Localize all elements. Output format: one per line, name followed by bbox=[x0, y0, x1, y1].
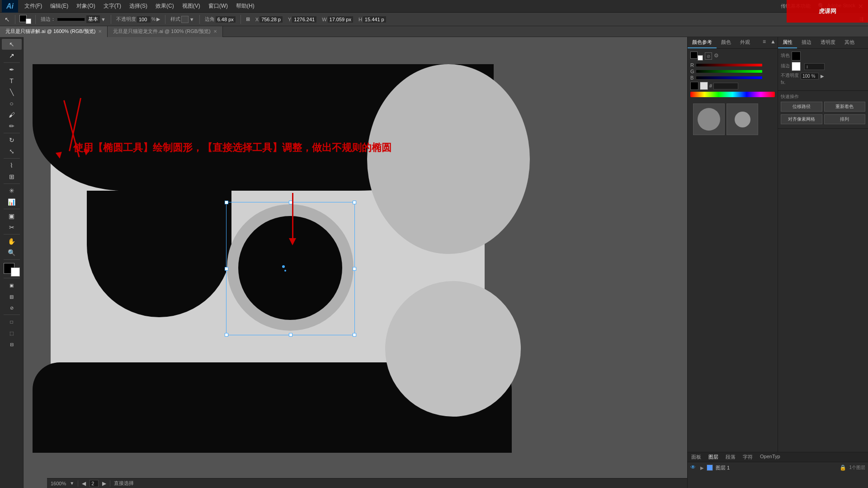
g-slider[interactable] bbox=[696, 70, 762, 73]
selection-tool[interactable]: ↖ bbox=[2, 39, 22, 50]
panel-options-icon[interactable]: ≡ bbox=[760, 37, 769, 48]
opacity-control[interactable]: 不透明度 100 % ▶ bbox=[114, 15, 162, 23]
corner-control[interactable]: 边角 6.48 px bbox=[203, 15, 237, 23]
pencil-tool[interactable]: ✏ bbox=[2, 121, 22, 131]
handle-bc[interactable] bbox=[289, 333, 292, 337]
color-none-icon[interactable]: ⊘ bbox=[705, 52, 712, 60]
tab-2[interactable]: 元旦是只猫迎龙文件.ai @ 100% (RGB/预览) ✕ bbox=[108, 26, 222, 37]
draw-normal[interactable]: □ bbox=[2, 316, 22, 327]
color-settings-icon[interactable]: ⚙ bbox=[714, 52, 721, 60]
pen-tool[interactable]: ✒ bbox=[2, 64, 22, 75]
menu-select[interactable]: 选择(S) bbox=[126, 1, 151, 11]
menu-object[interactable]: 对象(O) bbox=[73, 1, 99, 11]
height-field[interactable]: H 15.441 p bbox=[357, 15, 388, 23]
no-fill-mode[interactable]: ⊘ bbox=[2, 302, 22, 313]
opacity-input[interactable] bbox=[801, 73, 819, 80]
tab-opentype[interactable]: OpenTyp bbox=[756, 452, 784, 462]
free-transform-tool[interactable]: ⊞ bbox=[2, 171, 22, 182]
page-nav-input[interactable]: 2 bbox=[90, 480, 99, 487]
handle-tr[interactable] bbox=[353, 201, 356, 204]
width-field[interactable]: W 17.059 px bbox=[320, 15, 355, 23]
canvas-area[interactable]: 使用【椭圆工具】绘制圆形，【直接选择工具】调整，做出不规则的椭圆 1600% ▼… bbox=[24, 37, 687, 488]
background-color[interactable] bbox=[11, 267, 20, 277]
tab-character[interactable]: 字符 bbox=[739, 452, 756, 462]
tab-2-close[interactable]: ✕ bbox=[213, 29, 217, 34]
tab-layers[interactable]: 图层 bbox=[705, 452, 722, 462]
style-selector[interactable]: 样式 ▼ bbox=[169, 15, 196, 24]
warp-tool[interactable]: ⌇ bbox=[2, 160, 22, 171]
layer-count: 1个图层 bbox=[849, 465, 865, 471]
layer-expand-icon[interactable]: ▶ bbox=[700, 465, 704, 470]
graph-tool[interactable]: 📊 bbox=[2, 197, 22, 207]
tab-stroke-props[interactable]: 描边 bbox=[797, 37, 816, 48]
hand-tool[interactable]: ✋ bbox=[2, 236, 22, 247]
slice-tool[interactable]: ✂ bbox=[2, 222, 22, 233]
menu-help[interactable]: 帮助(H) bbox=[232, 1, 258, 11]
scale-tool[interactable]: ⤡ bbox=[2, 146, 22, 157]
change-screen-mode[interactable]: ⊟ bbox=[2, 339, 22, 350]
b-slider[interactable] bbox=[696, 76, 762, 79]
x-coord[interactable]: X 756.28 p bbox=[254, 15, 284, 23]
direct-select-tool[interactable]: ↗ bbox=[2, 50, 22, 61]
stroke-weight-input[interactable]: ↕ bbox=[804, 63, 825, 70]
artboard-tool[interactable]: ▣ bbox=[2, 211, 22, 221]
fill-stroke-widget[interactable] bbox=[19, 14, 32, 25]
tab-paragraph[interactable]: 段落 bbox=[722, 452, 739, 462]
menu-effect[interactable]: 效果(C) bbox=[152, 1, 178, 11]
status-sep-2 bbox=[110, 480, 110, 487]
color-swatch-black[interactable] bbox=[690, 82, 698, 90]
page-nav-next[interactable]: ▶ bbox=[102, 480, 106, 487]
menu-view[interactable]: 视图(V) bbox=[179, 1, 204, 11]
menu-edit[interactable]: 编辑(E) bbox=[47, 1, 72, 11]
handle-br[interactable] bbox=[353, 333, 356, 337]
line-tool[interactable]: ╲ bbox=[2, 87, 22, 98]
layer-name-label[interactable]: 图层 1 bbox=[716, 465, 837, 471]
tab-swatches[interactable]: 面板 bbox=[688, 452, 705, 462]
hex-color-input[interactable] bbox=[713, 83, 738, 89]
fill-stroke-small[interactable] bbox=[690, 52, 703, 61]
tool-sep-3 bbox=[4, 158, 20, 159]
tab-1[interactable]: 元旦是只猫讲解.ai @ 1600% (RGB/预览) ✕ bbox=[0, 26, 108, 37]
zoom-tool[interactable]: 🔍 bbox=[2, 247, 22, 258]
opacity-expand-icon[interactable]: ▶ bbox=[821, 74, 824, 79]
y-coord[interactable]: Y 1276.241 bbox=[286, 15, 318, 23]
arrange-btn[interactable]: 排列 bbox=[824, 114, 866, 124]
menu-window[interactable]: 窗口(W) bbox=[205, 1, 231, 11]
symbol-tool[interactable]: ✳ bbox=[2, 185, 22, 196]
transform-icon[interactable]: ⊞ bbox=[244, 15, 252, 23]
tab-1-close[interactable]: ✕ bbox=[98, 29, 102, 34]
layer-lock-icon[interactable]: 🔒 bbox=[840, 465, 846, 471]
color-swatches[interactable] bbox=[4, 263, 20, 277]
direct-select-tool-icon[interactable]: ↖ bbox=[3, 15, 12, 24]
tab-color-reference[interactable]: 颜色参考 bbox=[688, 37, 717, 48]
rotate-tool[interactable]: ↻ bbox=[2, 135, 22, 145]
stroke-type-selector[interactable]: 描边： 基本 ▼ bbox=[39, 14, 108, 24]
page-nav-prev[interactable]: ◀ bbox=[82, 480, 86, 487]
menu-text[interactable]: 文字(T) bbox=[100, 1, 125, 11]
paintbrush-tool[interactable]: 🖌 bbox=[2, 109, 22, 120]
tab-color[interactable]: 颜色 bbox=[717, 37, 736, 48]
r-slider[interactable] bbox=[696, 64, 762, 66]
outer-right-panel: 属性 描边 透明度 其他 填色 描边 ↕ 不透明度 bbox=[778, 37, 868, 488]
fill-mode[interactable]: ▣ bbox=[2, 280, 22, 291]
tab-appearance[interactable]: 外观 bbox=[736, 37, 755, 48]
tab-other[interactable]: 其他 bbox=[840, 37, 859, 48]
draw-behind[interactable]: ⬚ bbox=[2, 328, 22, 338]
handle-bl[interactable] bbox=[225, 333, 228, 337]
recolor-btn[interactable]: 重新着色 bbox=[824, 102, 866, 112]
color-swatch-white[interactable] bbox=[700, 82, 708, 90]
layer-visibility-icon[interactable]: 👁 bbox=[690, 464, 698, 471]
gradient-mode[interactable]: ▧ bbox=[2, 291, 22, 302]
stroke-color-swatch[interactable] bbox=[792, 62, 801, 71]
fill-color-swatch[interactable] bbox=[792, 52, 801, 61]
zoom-level[interactable]: 1600% bbox=[51, 481, 66, 486]
shape-tool[interactable]: ○ bbox=[2, 98, 22, 109]
menu-file[interactable]: 文件(F) bbox=[21, 1, 46, 11]
color-spectrum-bar[interactable] bbox=[690, 92, 775, 97]
type-tool[interactable]: T bbox=[2, 75, 22, 86]
tab-transparency[interactable]: 透明度 bbox=[816, 37, 840, 48]
panel-collapse-icon[interactable]: ▲ bbox=[769, 37, 778, 48]
align-pixel-grid-btn[interactable]: 对齐像素网格 bbox=[781, 114, 822, 124]
offset-path-btn[interactable]: 位移路径 bbox=[781, 102, 822, 112]
tab-properties[interactable]: 属性 bbox=[778, 37, 797, 48]
